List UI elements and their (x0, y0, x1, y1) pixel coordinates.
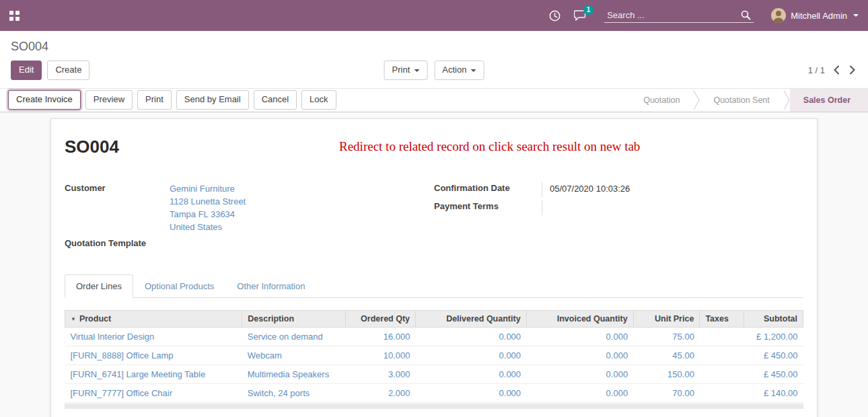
print-button[interactable]: Print (137, 90, 172, 110)
unit-price-cell: 75.00 (633, 327, 700, 346)
pager-value: 1 / 1 (808, 65, 825, 75)
invoiced-qty-cell: 0.000 (526, 383, 633, 402)
content-area: SO004 Redirect to related record on clic… (0, 112, 868, 417)
subtotal-cell: £ 1,200.00 (744, 327, 803, 346)
delivered-qty-cell: 0.000 (416, 365, 527, 383)
column-header-delivered-quantity[interactable]: Delivered Quantity (416, 310, 527, 327)
tab-optional-products[interactable]: Optional Products (133, 274, 225, 298)
pager-next-button[interactable] (848, 64, 857, 76)
cancel-button[interactable]: Cancel (254, 90, 297, 110)
ordered-qty-cell: 16.000 (345, 327, 415, 346)
delivered-qty-cell: 0.000 (416, 346, 527, 365)
payment-terms-value (542, 200, 690, 215)
top-navbar: 1 Mitchell Admin (0, 0, 868, 31)
state-quotation-sent[interactable]: Quotation Sent (700, 89, 783, 112)
description-cell[interactable]: Multimedia Speakers (242, 365, 346, 383)
product-cell[interactable]: [FURN_6741] Large Meeting Table (65, 365, 242, 383)
column-header-description[interactable]: Description (242, 310, 346, 327)
confirmation-date-value: 05/07/2020 10:03:26 (542, 182, 690, 197)
chevron-separator-icon (693, 89, 700, 112)
payment-terms-label: Payment Terms (434, 200, 542, 215)
global-search (604, 8, 754, 23)
quotation-template-label: Quotation Template (65, 237, 170, 248)
column-header-product[interactable]: ▼Product (65, 310, 242, 327)
customer-address-line: 1128 Lunetta Street (170, 195, 246, 208)
sort-desc-icon: ▼ (71, 316, 76, 322)
taxes-cell (700, 327, 744, 346)
subtotal-cell: £ 140.00 (744, 383, 803, 402)
ordered-qty-cell: 2.000 (345, 383, 415, 402)
user-name: Mitchell Admin (791, 11, 847, 21)
chevron-separator-icon (783, 89, 790, 112)
confirmation-date-label: Confirmation Date (434, 182, 542, 197)
create-button[interactable]: Create (47, 61, 89, 80)
apps-menu-icon[interactable] (9, 11, 20, 21)
product-cell[interactable]: [FURN_8888] Office Lamp (65, 346, 242, 365)
table-row[interactable]: [FURN_6741] Large Meeting Table Multimed… (65, 365, 803, 383)
create-invoice-button[interactable]: Create Invoice (8, 90, 81, 110)
product-cell[interactable]: Virtual Interior Design (65, 327, 242, 346)
table-row[interactable]: [FURN_7777] Office Chair Switch, 24 port… (65, 383, 803, 402)
status-pipeline: Quotation Quotation Sent Sales Order (630, 89, 868, 112)
message-count-badge: 1 (583, 5, 594, 15)
action-dropdown-button[interactable]: Action (434, 61, 484, 80)
description-cell[interactable]: Switch, 24 ports (242, 383, 346, 402)
control-panel: Edit Create Print Action 1 / 1 (0, 55, 868, 88)
ordered-qty-cell: 10.000 (345, 346, 415, 365)
pager-previous-button[interactable] (832, 64, 841, 76)
description-cell[interactable]: Webcam (242, 346, 346, 365)
statusbar: Create Invoice Preview Print Send by Ema… (0, 88, 868, 112)
invoiced-qty-cell: 0.000 (526, 327, 633, 346)
table-row[interactable]: [FURN_8888] Office Lamp Webcam 10.000 0.… (65, 346, 803, 365)
user-avatar (771, 8, 786, 23)
table-scrollbar-track[interactable] (65, 404, 803, 409)
notebook-tabs: Order Lines Optional Products Other Info… (65, 274, 803, 298)
state-quotation[interactable]: Quotation (630, 89, 693, 112)
tab-order-lines[interactable]: Order Lines (65, 274, 133, 298)
tab-other-information[interactable]: Other Information (225, 274, 316, 298)
taxes-cell (700, 383, 744, 402)
breadcrumb: SO004 (0, 31, 868, 55)
annotation-note: Redirect to related record on click sear… (339, 139, 640, 154)
product-cell[interactable]: [FURN_7777] Office Chair (65, 383, 242, 402)
taxes-cell (700, 365, 744, 383)
description-cell[interactable]: Service on demand (242, 327, 346, 346)
search-input[interactable] (607, 10, 741, 20)
lock-button[interactable]: Lock (301, 90, 336, 110)
state-sales-order[interactable]: Sales Order (790, 89, 868, 112)
delivered-qty-cell: 0.000 (416, 327, 527, 346)
caret-down-icon (470, 69, 476, 72)
table-row[interactable]: Virtual Interior Design Service on deman… (65, 327, 803, 346)
customer-field-label: Customer (65, 182, 170, 233)
column-header-unit-price[interactable]: Unit Price (633, 310, 700, 327)
edit-button[interactable]: Edit (11, 61, 42, 80)
unit-price-cell: 70.00 (633, 383, 700, 402)
invoiced-qty-cell: 0.000 (526, 365, 633, 383)
messages-icon[interactable]: 1 (574, 10, 587, 21)
subtotal-cell: £ 450.00 (744, 365, 803, 383)
preview-button[interactable]: Preview (85, 90, 133, 110)
column-header-invoiced-quantity[interactable]: Invoiced Quantity (526, 310, 633, 327)
activities-clock-icon[interactable] (549, 10, 560, 22)
invoiced-qty-cell: 0.000 (526, 346, 633, 365)
send-by-email-button[interactable]: Send by Email (176, 90, 249, 110)
print-dropdown-button[interactable]: Print (384, 61, 428, 80)
column-header-subtotal[interactable]: Subtotal (744, 310, 803, 327)
user-caret-down-icon (853, 14, 859, 17)
table-header-row: ▼Product Description Ordered Qty Deliver… (65, 310, 803, 327)
unit-price-cell: 150.00 (633, 365, 700, 383)
order-lines-table: ▼Product Description Ordered Qty Deliver… (65, 310, 803, 403)
customer-address-line: United States (170, 221, 246, 233)
column-header-taxes[interactable]: Taxes (700, 310, 744, 327)
search-icon[interactable] (741, 10, 751, 20)
caret-down-icon (414, 69, 419, 72)
column-header-ordered-qty[interactable]: Ordered Qty (345, 310, 415, 327)
delivered-qty-cell: 0.000 (416, 383, 527, 402)
taxes-cell (700, 346, 744, 365)
ordered-qty-cell: 3.000 (345, 365, 415, 383)
customer-address-line: Tampa FL 33634 (170, 208, 246, 221)
subtotal-cell: £ 450.00 (744, 346, 803, 365)
user-menu[interactable]: Mitchell Admin (771, 8, 859, 23)
customer-link[interactable]: Gemini Furniture (170, 182, 246, 195)
sales-order-sheet: SO004 Redirect to related record on clic… (50, 118, 818, 417)
